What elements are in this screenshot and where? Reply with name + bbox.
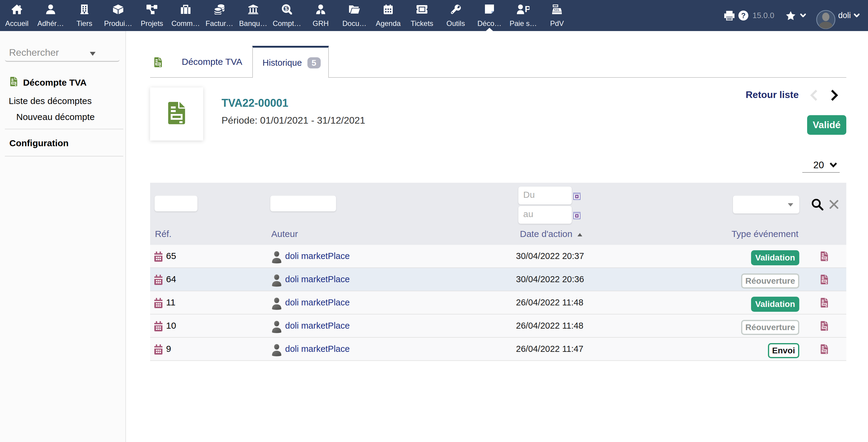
svg-text:P: P [525, 4, 530, 14]
svg-text:?: ? [741, 11, 746, 20]
svg-text:$: $ [284, 6, 287, 12]
